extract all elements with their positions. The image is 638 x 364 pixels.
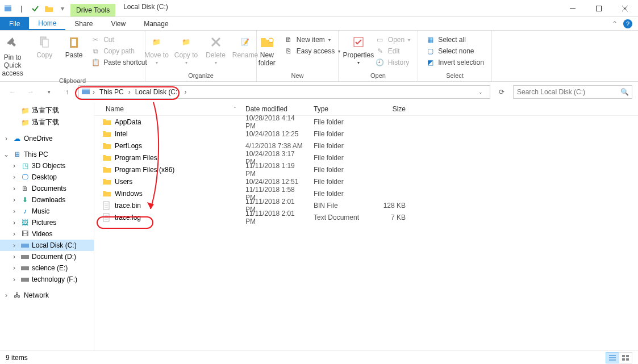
- home-tab[interactable]: Home: [29, 17, 65, 30]
- file-row[interactable]: trace.log11/11/2018 2:01 PMText Document…: [94, 211, 638, 223]
- tree-xunlei-2[interactable]: 📁迅雷下载: [0, 116, 94, 128]
- tree-local-disk-c[interactable]: ›Local Disk (C:): [0, 240, 94, 251]
- breadcrumb-sep-1[interactable]: ›: [127, 88, 132, 96]
- collapse-ribbon-button[interactable]: ⌃: [612, 20, 618, 28]
- file-type: File folder: [309, 190, 377, 198]
- file-row[interactable]: Users10/24/2018 12:51File folder: [94, 175, 638, 187]
- tree-videos[interactable]: ›🎞Videos: [0, 228, 94, 240]
- delete-icon: [208, 34, 224, 50]
- collapse-icon[interactable]: ⌄: [2, 150, 10, 158]
- paste-button[interactable]: Paste: [60, 33, 87, 59]
- properties-button[interactable]: Properties▾: [345, 33, 372, 65]
- navigation-pane[interactable]: 📁迅雷下载 📁迅雷下载 ›☁OneDrive ⌄🖥This PC ›◳3D Ob…: [0, 102, 94, 350]
- tree-desktop[interactable]: ›🖵Desktop: [0, 171, 94, 183]
- address-bar[interactable]: › This PC › Local Disk (C:) › ⌄: [78, 85, 490, 99]
- search-icon[interactable]: 🔍: [620, 88, 628, 96]
- tree-music[interactable]: ›♪Music: [0, 206, 94, 217]
- view-tab[interactable]: View: [102, 17, 135, 30]
- qat-dropdown[interactable]: ▾: [57, 3, 68, 14]
- file-row[interactable]: Intel10/24/2018 12:25File folder: [94, 128, 638, 140]
- easy-access-button[interactable]: ⎘Easy access▾: [283, 47, 341, 56]
- manage-tab[interactable]: Manage: [135, 17, 177, 30]
- help-button[interactable]: ?: [623, 19, 632, 28]
- open-button[interactable]: ▭Open▾: [374, 35, 411, 44]
- edit-button[interactable]: ✎Edit: [374, 47, 411, 56]
- tree-this-pc[interactable]: ⌄🖥This PC: [0, 149, 94, 160]
- drive-icon: [20, 241, 30, 250]
- recent-locations-button[interactable]: ▾: [42, 85, 56, 99]
- file-row[interactable]: Program Files10/24/2018 3:17 PMFile fold…: [94, 152, 638, 164]
- invert-selection-button[interactable]: ◩Invert selection: [424, 58, 485, 67]
- large-icons-view-button[interactable]: [619, 352, 632, 363]
- file-type: Text Document: [309, 214, 377, 221]
- history-button[interactable]: 🕘History: [374, 58, 411, 67]
- select-none-button[interactable]: ▢Select none: [424, 47, 485, 56]
- search-box[interactable]: 🔍: [513, 85, 632, 99]
- pin-to-quick-access-button[interactable]: Pin to Quick access: [0, 33, 28, 77]
- file-row[interactable]: Windows11/11/2018 1:58 PMFile folder: [94, 187, 638, 199]
- contextual-tab-group: Drive Tools: [70, 0, 115, 16]
- breadcrumb-this-pc[interactable]: This PC: [97, 88, 126, 96]
- breadcrumb-sep-0[interactable]: ›: [91, 88, 96, 96]
- file-tab[interactable]: File: [0, 17, 29, 30]
- file-row[interactable]: trace.bin11/11/2018 2:01 PMBIN File128 K…: [94, 199, 638, 211]
- tree-xunlei-1[interactable]: 📁迅雷下载: [0, 104, 94, 116]
- copy-icon: [36, 34, 52, 50]
- maximize-button[interactable]: [586, 0, 612, 16]
- drive-tools-context-tab: Drive Tools: [70, 4, 115, 16]
- column-type[interactable]: Type: [309, 105, 377, 113]
- file-date: 11/11/2018 1:19 PM: [241, 162, 309, 178]
- forward-button[interactable]: →: [24, 85, 37, 99]
- minimize-button[interactable]: [560, 0, 586, 16]
- breadcrumb-sep-2[interactable]: ›: [183, 88, 187, 96]
- column-name[interactable]: Name˄: [94, 105, 241, 113]
- new-group: New folder 🗎New item▾ ⎘Easy access▾ New: [257, 31, 339, 81]
- select-all-icon: ▦: [426, 35, 435, 44]
- tree-documents[interactable]: ›🗎Documents: [0, 183, 94, 194]
- tree-3d-objects[interactable]: ›◳3D Objects: [0, 160, 94, 171]
- refresh-button[interactable]: ⟳: [495, 85, 508, 99]
- svg-rect-15: [82, 89, 90, 90]
- folder-icon: [102, 118, 111, 127]
- copy-to-button[interactable]: 📁Copy to▾: [173, 33, 200, 65]
- tree-technology-f[interactable]: ›technology (F:): [0, 274, 94, 285]
- copy-button[interactable]: Copy: [31, 33, 58, 59]
- file-date: 10/24/2018 12:51: [241, 178, 309, 186]
- paste-shortcut-button[interactable]: 📋Paste shortcut: [90, 58, 148, 67]
- expand-icon[interactable]: ›: [2, 135, 10, 143]
- new-item-button[interactable]: 🗎New item▾: [283, 35, 341, 44]
- column-size[interactable]: Size: [377, 105, 423, 113]
- up-button[interactable]: ↑: [60, 85, 74, 99]
- close-button[interactable]: [612, 0, 638, 16]
- move-to-button[interactable]: 📁Move to▾: [143, 33, 170, 65]
- select-all-button[interactable]: ▦Select all: [424, 35, 485, 44]
- qat-open-icon[interactable]: [43, 3, 55, 14]
- file-list-pane[interactable]: Name˄ Date modified Type Size AppData10/…: [94, 102, 638, 350]
- file-row[interactable]: AppData10/28/2018 4:14 PMFile folder: [94, 116, 638, 128]
- file-type: File folder: [309, 166, 377, 174]
- tree-science-e[interactable]: ›science (E:): [0, 262, 94, 274]
- delete-button[interactable]: Delete▾: [202, 33, 230, 65]
- tree-downloads[interactable]: ›⬇Downloads: [0, 194, 94, 206]
- column-date[interactable]: Date modified: [241, 105, 309, 113]
- file-row[interactable]: PerfLogs4/12/2018 7:38 AMFile folder: [94, 140, 638, 152]
- details-view-button[interactable]: [606, 352, 619, 363]
- folder-icon: [102, 153, 111, 162]
- cut-button[interactable]: ✂Cut: [90, 35, 148, 44]
- svg-rect-34: [626, 358, 629, 361]
- breadcrumb-local-c[interactable]: Local Disk (C:): [133, 88, 182, 96]
- file-row[interactable]: Program Files (x86)11/11/2018 1:19 PMFil…: [94, 164, 638, 175]
- search-input[interactable]: [517, 88, 620, 96]
- share-tab[interactable]: Share: [65, 17, 102, 30]
- tree-document-d[interactable]: ›Document (D:): [0, 251, 94, 262]
- folder-icon: [102, 189, 111, 198]
- qat-properties-icon[interactable]: [30, 3, 41, 14]
- tree-onedrive[interactable]: ›☁OneDrive: [0, 133, 94, 144]
- new-folder-button[interactable]: New folder: [253, 33, 281, 67]
- copy-path-button[interactable]: ⧉Copy path: [90, 47, 148, 56]
- tree-network[interactable]: ›🖧Network: [0, 290, 94, 301]
- address-dropdown[interactable]: ⌄: [474, 85, 487, 99]
- back-button[interactable]: ←: [6, 85, 19, 99]
- svg-rect-33: [622, 358, 625, 361]
- tree-pictures[interactable]: ›🖼Pictures: [0, 217, 94, 228]
